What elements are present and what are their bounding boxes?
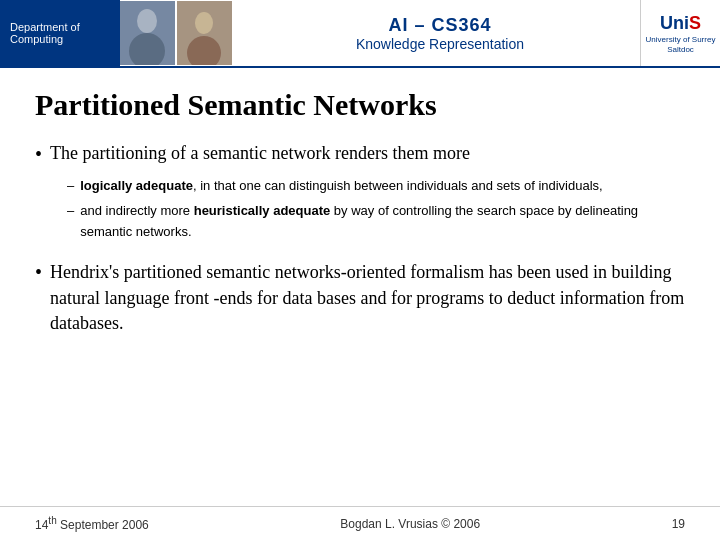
slide-content: Partitioned Semantic Networks • The part… (0, 68, 720, 351)
photo-2 (177, 1, 232, 65)
photo-1 (120, 1, 175, 65)
section-title: Knowledge Representation (356, 36, 524, 52)
uni-name: University of SurreySaltdoc (646, 35, 716, 54)
footer-date-text: September 2006 (60, 518, 149, 532)
sub-dash-2: – (67, 201, 74, 243)
footer-page: 19 (672, 517, 685, 531)
header-photos (120, 0, 232, 66)
bullet-dot-1: • (35, 142, 42, 166)
header-right: UniS University of SurreySaltdoc (640, 0, 720, 66)
header-center: AI – CS364 Knowledge Representation (120, 0, 640, 66)
dept-label-text: Department of Computing (10, 21, 110, 45)
dept-label: Department of Computing (0, 0, 120, 66)
footer-date: 14th September 2006 (35, 515, 149, 532)
header-title-area: AI – CS364 Knowledge Representation (236, 15, 524, 52)
footer-date-sup: th (48, 515, 56, 526)
sub-bullet-1-text: logically adequate, in that one can dist… (80, 176, 602, 197)
bullet-1: • The partitioning of a semantic network… (35, 142, 685, 166)
logically-adequate: logically adequate (80, 178, 193, 193)
sub-bullet-2-text: and indirectly more heuristically adequa… (80, 201, 685, 243)
footer: 14th September 2006 Bogdan L. Vrusias © … (0, 506, 720, 540)
sub-dash-1: – (67, 176, 74, 197)
uni-logo: UniS University of SurreySaltdoc (646, 12, 716, 55)
sub-bullet-2: – and indirectly more heuristically adeq… (67, 201, 685, 243)
heuristically-adequate: heuristically adequate (194, 203, 331, 218)
bullet-2: • Hendrix's partitioned semantic network… (35, 260, 685, 336)
bullet-1-section: • The partitioning of a semantic network… (35, 142, 685, 242)
course-title: AI – CS364 (356, 15, 524, 36)
header: Department of Computing (0, 0, 720, 68)
footer-author: Bogdan L. Vrusias © 2006 (340, 517, 480, 531)
slide-title: Partitioned Semantic Networks (35, 88, 685, 122)
bullet-2-text: Hendrix's partitioned semantic networks-… (50, 260, 685, 336)
sub-bullet-1: – logically adequate, in that one can di… (67, 176, 685, 197)
sub-bullets: – logically adequate, in that one can di… (67, 176, 685, 242)
svg-rect-3 (120, 1, 175, 65)
svg-rect-7 (177, 1, 232, 65)
bullet-dot-2: • (35, 260, 42, 284)
bullet-1-text: The partitioning of a semantic network r… (50, 142, 470, 165)
